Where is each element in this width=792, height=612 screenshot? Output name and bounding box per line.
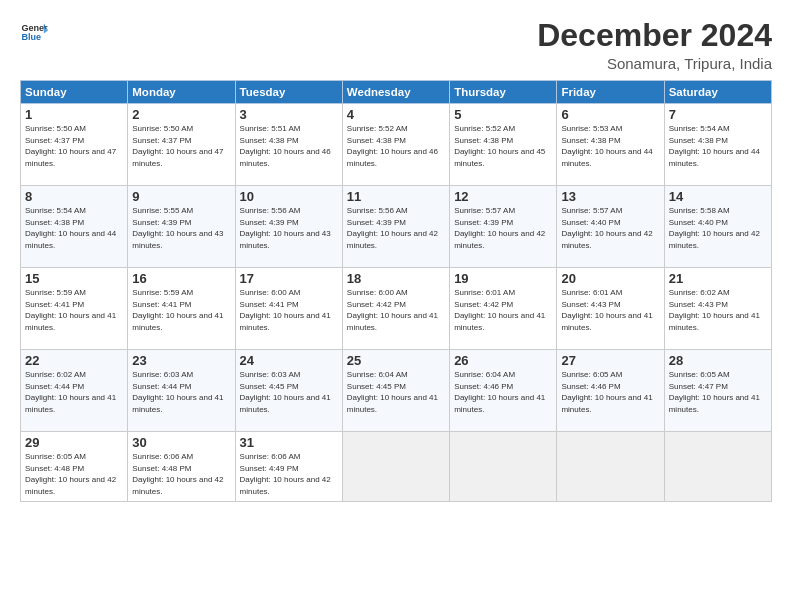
col-friday: Friday — [557, 81, 664, 104]
cell-info: Sunrise: 6:01 AMSunset: 4:42 PMDaylight:… — [454, 288, 545, 332]
table-row: 31 Sunrise: 6:06 AMSunset: 4:49 PMDaylig… — [235, 432, 342, 501]
cell-info: Sunrise: 6:05 AMSunset: 4:48 PMDaylight:… — [25, 452, 116, 496]
cell-info: Sunrise: 6:01 AMSunset: 4:43 PMDaylight:… — [561, 288, 652, 332]
day-number: 21 — [669, 271, 767, 286]
col-thursday: Thursday — [450, 81, 557, 104]
day-number: 13 — [561, 189, 659, 204]
cell-info: Sunrise: 5:54 AMSunset: 4:38 PMDaylight:… — [25, 206, 116, 250]
cell-info: Sunrise: 5:54 AMSunset: 4:38 PMDaylight:… — [669, 124, 760, 168]
cell-info: Sunrise: 5:56 AMSunset: 4:39 PMDaylight:… — [347, 206, 438, 250]
day-number: 17 — [240, 271, 338, 286]
day-number: 14 — [669, 189, 767, 204]
table-row: 17 Sunrise: 6:00 AMSunset: 4:41 PMDaylig… — [235, 268, 342, 350]
table-row: 13 Sunrise: 5:57 AMSunset: 4:40 PMDaylig… — [557, 186, 664, 268]
table-row: 24 Sunrise: 6:03 AMSunset: 4:45 PMDaylig… — [235, 350, 342, 432]
table-row: 19 Sunrise: 6:01 AMSunset: 4:42 PMDaylig… — [450, 268, 557, 350]
day-number: 9 — [132, 189, 230, 204]
table-row: 11 Sunrise: 5:56 AMSunset: 4:39 PMDaylig… — [342, 186, 449, 268]
day-number: 10 — [240, 189, 338, 204]
day-number: 26 — [454, 353, 552, 368]
day-number: 4 — [347, 107, 445, 122]
cell-info: Sunrise: 5:56 AMSunset: 4:39 PMDaylight:… — [240, 206, 331, 250]
table-row: 22 Sunrise: 6:02 AMSunset: 4:44 PMDaylig… — [21, 350, 128, 432]
table-row: 28 Sunrise: 6:05 AMSunset: 4:47 PMDaylig… — [664, 350, 771, 432]
cell-info: Sunrise: 6:04 AMSunset: 4:45 PMDaylight:… — [347, 370, 438, 414]
day-number: 27 — [561, 353, 659, 368]
table-row: 21 Sunrise: 6:02 AMSunset: 4:43 PMDaylig… — [664, 268, 771, 350]
table-row: 23 Sunrise: 6:03 AMSunset: 4:44 PMDaylig… — [128, 350, 235, 432]
cell-info: Sunrise: 6:04 AMSunset: 4:46 PMDaylight:… — [454, 370, 545, 414]
day-number: 1 — [25, 107, 123, 122]
day-number: 15 — [25, 271, 123, 286]
col-monday: Monday — [128, 81, 235, 104]
cell-info: Sunrise: 6:05 AMSunset: 4:47 PMDaylight:… — [669, 370, 760, 414]
table-row — [664, 432, 771, 501]
cell-info: Sunrise: 5:58 AMSunset: 4:40 PMDaylight:… — [669, 206, 760, 250]
cell-info: Sunrise: 6:03 AMSunset: 4:45 PMDaylight:… — [240, 370, 331, 414]
day-number: 19 — [454, 271, 552, 286]
calendar-header-row: Sunday Monday Tuesday Wednesday Thursday… — [21, 81, 772, 104]
day-number: 8 — [25, 189, 123, 204]
day-number: 18 — [347, 271, 445, 286]
table-row: 29 Sunrise: 6:05 AMSunset: 4:48 PMDaylig… — [21, 432, 128, 501]
day-number: 24 — [240, 353, 338, 368]
table-row: 15 Sunrise: 5:59 AMSunset: 4:41 PMDaylig… — [21, 268, 128, 350]
table-row: 14 Sunrise: 5:58 AMSunset: 4:40 PMDaylig… — [664, 186, 771, 268]
day-number: 6 — [561, 107, 659, 122]
table-row — [450, 432, 557, 501]
day-number: 29 — [25, 435, 123, 450]
calendar: Sunday Monday Tuesday Wednesday Thursday… — [20, 80, 772, 501]
table-row: 7 Sunrise: 5:54 AMSunset: 4:38 PMDayligh… — [664, 104, 771, 186]
cell-info: Sunrise: 5:59 AMSunset: 4:41 PMDaylight:… — [132, 288, 223, 332]
cell-info: Sunrise: 6:00 AMSunset: 4:42 PMDaylight:… — [347, 288, 438, 332]
main-title: December 2024 — [537, 18, 772, 53]
table-row — [342, 432, 449, 501]
day-number: 22 — [25, 353, 123, 368]
cell-info: Sunrise: 6:02 AMSunset: 4:43 PMDaylight:… — [669, 288, 760, 332]
col-sunday: Sunday — [21, 81, 128, 104]
cell-info: Sunrise: 5:57 AMSunset: 4:40 PMDaylight:… — [561, 206, 652, 250]
page: General Blue December 2024 Sonamura, Tri… — [0, 0, 792, 612]
logo: General Blue — [20, 18, 48, 46]
day-number: 12 — [454, 189, 552, 204]
cell-info: Sunrise: 5:51 AMSunset: 4:38 PMDaylight:… — [240, 124, 331, 168]
table-row: 12 Sunrise: 5:57 AMSunset: 4:39 PMDaylig… — [450, 186, 557, 268]
cell-info: Sunrise: 5:52 AMSunset: 4:38 PMDaylight:… — [347, 124, 438, 168]
day-number: 23 — [132, 353, 230, 368]
header: General Blue December 2024 Sonamura, Tri… — [20, 18, 772, 72]
cell-info: Sunrise: 5:59 AMSunset: 4:41 PMDaylight:… — [25, 288, 116, 332]
cell-info: Sunrise: 5:57 AMSunset: 4:39 PMDaylight:… — [454, 206, 545, 250]
col-saturday: Saturday — [664, 81, 771, 104]
cell-info: Sunrise: 6:06 AMSunset: 4:48 PMDaylight:… — [132, 452, 223, 496]
table-row: 3 Sunrise: 5:51 AMSunset: 4:38 PMDayligh… — [235, 104, 342, 186]
day-number: 25 — [347, 353, 445, 368]
day-number: 2 — [132, 107, 230, 122]
table-row: 9 Sunrise: 5:55 AMSunset: 4:39 PMDayligh… — [128, 186, 235, 268]
table-row: 8 Sunrise: 5:54 AMSunset: 4:38 PMDayligh… — [21, 186, 128, 268]
table-row: 30 Sunrise: 6:06 AMSunset: 4:48 PMDaylig… — [128, 432, 235, 501]
general-blue-logo-icon: General Blue — [20, 18, 48, 46]
day-number: 5 — [454, 107, 552, 122]
table-row: 27 Sunrise: 6:05 AMSunset: 4:46 PMDaylig… — [557, 350, 664, 432]
cell-info: Sunrise: 6:00 AMSunset: 4:41 PMDaylight:… — [240, 288, 331, 332]
calendar-week-row: 29 Sunrise: 6:05 AMSunset: 4:48 PMDaylig… — [21, 432, 772, 501]
col-wednesday: Wednesday — [342, 81, 449, 104]
cell-info: Sunrise: 6:06 AMSunset: 4:49 PMDaylight:… — [240, 452, 331, 496]
day-number: 3 — [240, 107, 338, 122]
table-row: 18 Sunrise: 6:00 AMSunset: 4:42 PMDaylig… — [342, 268, 449, 350]
table-row: 20 Sunrise: 6:01 AMSunset: 4:43 PMDaylig… — [557, 268, 664, 350]
table-row: 5 Sunrise: 5:52 AMSunset: 4:38 PMDayligh… — [450, 104, 557, 186]
cell-info: Sunrise: 6:02 AMSunset: 4:44 PMDaylight:… — [25, 370, 116, 414]
svg-text:Blue: Blue — [21, 32, 41, 42]
day-number: 7 — [669, 107, 767, 122]
table-row: 2 Sunrise: 5:50 AMSunset: 4:37 PMDayligh… — [128, 104, 235, 186]
table-row: 25 Sunrise: 6:04 AMSunset: 4:45 PMDaylig… — [342, 350, 449, 432]
day-number: 28 — [669, 353, 767, 368]
title-block: December 2024 Sonamura, Tripura, India — [537, 18, 772, 72]
calendar-week-row: 15 Sunrise: 5:59 AMSunset: 4:41 PMDaylig… — [21, 268, 772, 350]
day-number: 20 — [561, 271, 659, 286]
cell-info: Sunrise: 6:03 AMSunset: 4:44 PMDaylight:… — [132, 370, 223, 414]
calendar-week-row: 1 Sunrise: 5:50 AMSunset: 4:37 PMDayligh… — [21, 104, 772, 186]
table-row: 26 Sunrise: 6:04 AMSunset: 4:46 PMDaylig… — [450, 350, 557, 432]
col-tuesday: Tuesday — [235, 81, 342, 104]
